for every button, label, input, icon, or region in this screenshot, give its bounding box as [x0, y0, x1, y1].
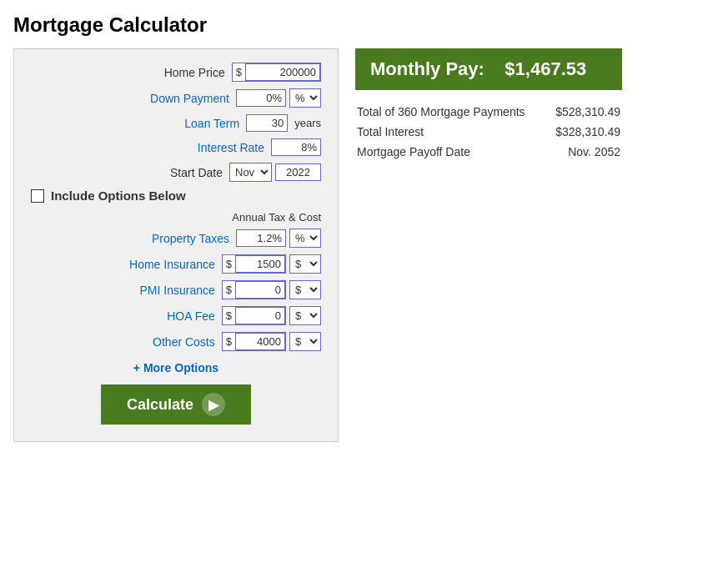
- pmi-insurance-label[interactable]: PMI Insurance: [115, 284, 215, 297]
- pmi-insurance-input[interactable]: [235, 281, 285, 299]
- interest-rate-row: Interest Rate: [31, 138, 321, 156]
- property-taxes-unit-select[interactable]: % $: [289, 229, 321, 248]
- include-options-row: Include Options Below: [31, 188, 321, 203]
- home-price-dollar-sign: $: [233, 64, 245, 80]
- result-value: $528,310.49: [546, 102, 622, 122]
- monthly-pay-bar: Monthly Pay: $1,467.53: [355, 48, 622, 90]
- pmi-insurance-row: PMI Insurance $ $ %: [31, 280, 321, 299]
- home-insurance-input[interactable]: [235, 255, 285, 273]
- pmi-insurance-dollar-sign: $: [223, 282, 235, 298]
- include-options-label: Include Options Below: [51, 188, 186, 203]
- other-costs-input[interactable]: [235, 333, 285, 350]
- result-row: Mortgage Payoff Date Nov. 2052: [355, 142, 622, 162]
- loan-term-input[interactable]: [246, 114, 288, 132]
- other-costs-row: Other Costs $ $ %: [31, 332, 321, 351]
- property-taxes-label[interactable]: Property Taxes: [129, 232, 229, 245]
- page-title: Mortgage Calculator: [13, 13, 715, 37]
- down-payment-row: Down Payment % $: [31, 88, 321, 108]
- section-header: Annual Tax & Cost: [31, 211, 321, 224]
- result-label: Mortgage Payoff Date: [355, 142, 546, 162]
- home-price-input[interactable]: [245, 63, 320, 81]
- calculate-button[interactable]: Calculate ▶: [101, 384, 251, 425]
- start-date-month-select[interactable]: Nov JanFebMar AprMayJun JulAugSep OctDec: [229, 163, 272, 182]
- result-value: Nov. 2052: [546, 142, 622, 162]
- start-date-label: Start Date: [123, 166, 223, 179]
- hoa-fee-dollar-sign: $: [223, 308, 235, 324]
- results-panel: Monthly Pay: $1,467.53 Total of 360 Mort…: [355, 48, 622, 162]
- home-price-label: Home Price: [125, 66, 225, 79]
- down-payment-unit-select[interactable]: % $: [289, 88, 321, 108]
- result-row: Total of 360 Mortgage Payments $528,310.…: [355, 102, 622, 122]
- home-insurance-label[interactable]: Home Insurance: [115, 258, 215, 271]
- home-price-input-wrapper: $: [232, 63, 321, 82]
- monthly-pay-value: $1,467.53: [505, 58, 586, 79]
- include-options-checkbox[interactable]: [31, 189, 44, 203]
- home-insurance-dollar-sign: $: [223, 256, 235, 272]
- other-costs-dollar-sign: $: [223, 334, 235, 349]
- interest-rate-label[interactable]: Interest Rate: [164, 141, 264, 154]
- more-options-section: + More Options: [31, 361, 321, 374]
- down-payment-input[interactable]: [236, 89, 286, 107]
- start-date-year-input[interactable]: [275, 163, 321, 181]
- home-insurance-unit-select[interactable]: $ %: [289, 254, 321, 274]
- other-costs-unit-select[interactable]: $ %: [289, 332, 321, 351]
- result-label: Total Interest: [355, 122, 546, 142]
- interest-rate-input[interactable]: [271, 138, 321, 156]
- hoa-fee-input-wrapper: $: [222, 306, 286, 325]
- hoa-fee-label[interactable]: HOA Fee: [115, 309, 215, 323]
- other-costs-label[interactable]: Other Costs: [115, 335, 215, 349]
- property-taxes-row: Property Taxes % $: [31, 229, 321, 248]
- pmi-insurance-input-wrapper: $: [222, 280, 286, 299]
- loan-term-suffix: years: [294, 117, 321, 129]
- calculate-arrow-icon: ▶: [202, 393, 225, 416]
- result-row: Total Interest $328,310.49: [355, 122, 622, 142]
- result-label: Total of 360 Mortgage Payments: [355, 102, 546, 122]
- hoa-fee-row: HOA Fee $ $ %: [31, 306, 321, 325]
- hoa-fee-input[interactable]: [235, 307, 285, 324]
- hoa-fee-unit-select[interactable]: $ %: [289, 306, 321, 325]
- home-insurance-row: Home Insurance $ $ %: [31, 254, 321, 274]
- start-date-row: Start Date Nov JanFebMar AprMayJun JulAu…: [31, 163, 321, 182]
- home-insurance-input-wrapper: $: [222, 254, 286, 274]
- property-taxes-input[interactable]: [236, 229, 286, 247]
- loan-term-row: Loan Term years: [31, 114, 321, 132]
- calculator-box: Home Price $ Down Payment % $ Loan Term …: [13, 48, 339, 442]
- loan-term-label[interactable]: Loan Term: [139, 117, 239, 130]
- home-price-row: Home Price $: [31, 63, 321, 82]
- down-payment-label[interactable]: Down Payment: [129, 92, 229, 105]
- pmi-insurance-unit-select[interactable]: $ %: [289, 280, 321, 299]
- more-options-link[interactable]: + More Options: [133, 361, 218, 374]
- results-table: Total of 360 Mortgage Payments $528,310.…: [355, 102, 622, 162]
- result-value: $328,310.49: [546, 122, 622, 142]
- other-costs-input-wrapper: $: [222, 332, 286, 351]
- calculate-label: Calculate: [127, 396, 193, 414]
- monthly-pay-label: Monthly Pay:: [370, 58, 484, 79]
